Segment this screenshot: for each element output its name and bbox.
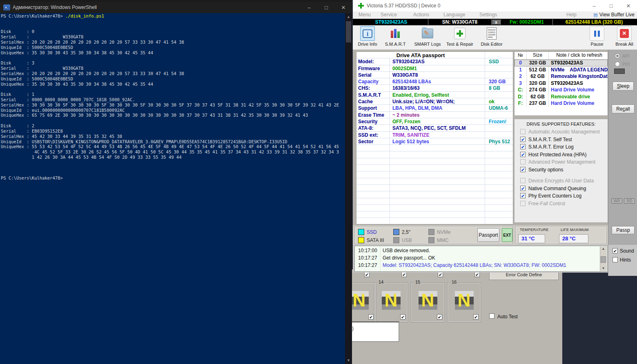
ata-row: Erase Time~ 2 minutes — [356, 112, 513, 118]
disk-row[interactable]: 1512 GBNVMe ADATA LEGEND 71 — [514, 67, 608, 73]
passport-button[interactable]: Passport — [477, 228, 499, 242]
feature-label: S.M.A.R.T. Self Test — [528, 137, 572, 142]
feature-checkbox[interactable]: ✔ — [520, 152, 526, 157]
toolbar-repair-button[interactable]: Test & Repair — [445, 26, 474, 48]
disk-row[interactable]: 0320 GBST9320423AS — [514, 60, 608, 67]
feature-checkbox[interactable]: ✔ — [520, 144, 526, 149]
ata-value: SATA3, NCQ, PEC, SCT, SFDLM — [390, 125, 485, 131]
disk-size: 62 GB — [527, 73, 549, 80]
editor-icon: 010110 110011 101000 0001 — [487, 27, 497, 40]
ext-button[interactable]: EXT — [502, 228, 512, 242]
console-scrollbar[interactable]: ▲ ▼ — [345, 13, 352, 364]
console-output: PS C:\Users\Kulhaker478> ./disk_info.ps1… — [0, 13, 345, 181]
legend-label: NVMe — [437, 229, 450, 235]
recall-button[interactable]: Recall — [612, 104, 635, 113]
ata-row: SerialW330GAT8 — [356, 72, 513, 78]
ata-row: ATA-8:SATA3, NCQ, PEC, SCT, SFDLM — [356, 125, 513, 131]
maximize-icon[interactable]: □ — [603, 0, 620, 11]
disk-row[interactable]: D:62 GBRemovable drive — [514, 93, 608, 100]
wr-button[interactable]: WR — [611, 198, 622, 204]
group-checkbox[interactable]: ✔ — [437, 314, 442, 320]
sleep-button[interactable]: Sleep — [612, 82, 634, 91]
toolbar-smart-button[interactable]: S.M.A.R.T — [383, 26, 407, 48]
menu-item-service[interactable]: Service — [381, 12, 397, 18]
sound-checkbox[interactable]: ✔ — [612, 248, 618, 253]
ata-row: SecurityOFF, FrozenFrozen! — [356, 118, 513, 125]
disk-num: 3 — [514, 80, 527, 87]
disk-row[interactable]: 3320 GBST9320423AS — [514, 80, 608, 87]
status-serial: SN: W330GAT8 — [429, 19, 491, 25]
auto-test-label: Auto Test — [497, 314, 518, 320]
toolbar-logs-button[interactable]: SMART Logs — [414, 26, 441, 48]
group-checkbox[interactable]: ✔ — [473, 314, 479, 320]
scroll-up-icon[interactable]: ▲ — [600, 246, 606, 251]
text-field[interactable]: ) — [352, 322, 399, 342]
disk-row-empty — [514, 107, 608, 114]
feature-checkbox[interactable]: ✔ — [520, 193, 526, 198]
group-checkbox[interactable]: ✔ — [400, 314, 405, 320]
scroll-down-icon[interactable]: ▼ — [600, 266, 606, 271]
ata-extra — [485, 92, 513, 98]
victoria-main-area: Drive ATA passportModel:ST9320423ASSSDFi… — [353, 50, 637, 225]
minimize-icon[interactable]: – — [301, 2, 318, 13]
ata-extra — [485, 125, 513, 131]
scroll-thumb[interactable] — [346, 21, 351, 42]
menu-item-menu[interactable]: Menu — [359, 12, 371, 18]
ata-label: Erase Time — [356, 112, 390, 118]
close-icon[interactable]: ✕ — [335, 2, 352, 13]
pio-radio[interactable] — [615, 62, 620, 67]
ata-row: Model:ST9320423ASSSD — [356, 58, 513, 65]
menu-item-settings[interactable]: Settings — [479, 12, 497, 18]
ata-value — [390, 191, 485, 198]
ata-row: CHS:16383/16/638 GB — [356, 85, 513, 91]
menu-item-actions[interactable]: Actions — [413, 12, 429, 18]
scroll-thumb[interactable] — [601, 256, 606, 263]
status-close-button[interactable]: x — [492, 20, 500, 24]
disk-list-table: №SizeNote / click to refresh0320 GBST932… — [514, 51, 608, 116]
ata-value: Enabled, Errlog, Selftest — [390, 92, 485, 98]
disk-row[interactable]: 262 GBRemovable KingstonDataTra — [514, 73, 608, 80]
view-buffer-live[interactable]: ▤View Buffer Live — [593, 12, 635, 18]
pio-label: PIO — [622, 62, 630, 67]
feature-checkbox[interactable]: ✔ — [520, 137, 526, 142]
close-icon[interactable]: ✕ — [620, 0, 637, 11]
scroll-up-icon[interactable]: ▲ — [345, 14, 352, 20]
ata-extra — [485, 112, 513, 118]
scroll-down-icon[interactable]: ▼ — [345, 357, 352, 363]
disk-row[interactable]: C:274 GBHard Drive Volume — [514, 87, 608, 93]
group-number: 14 — [377, 280, 385, 284]
test-group-box: 14N✔ — [374, 282, 408, 322]
ata-extra: ok — [485, 98, 513, 104]
powershell-console[interactable]: PS C:\Users\Kulhaker478> ./disk_info.ps1… — [0, 13, 345, 364]
ata-extra — [485, 178, 513, 184]
ata-row: SSD ext:TRIM, SANITIZE — [356, 132, 513, 138]
toolbar-pause-button[interactable]: Pause — [587, 26, 607, 48]
group-checkbox[interactable]: ✔ — [368, 314, 374, 320]
menu-item-help[interactable]: Help — [566, 12, 577, 18]
maximize-icon[interactable]: □ — [318, 2, 335, 13]
hints-checkbox[interactable] — [612, 257, 618, 262]
log-scrollbar[interactable]: ▲ ▼ — [600, 246, 607, 271]
ata-row: Capacity625142448 LBAs320 GB — [356, 78, 513, 85]
api-radio[interactable] — [615, 53, 620, 58]
feature-checkbox[interactable]: ✔ — [520, 167, 526, 172]
status-separator — [491, 19, 492, 25]
auto-test-checkbox[interactable] — [489, 313, 494, 319]
minimize-icon[interactable]: – — [586, 0, 603, 11]
toolbar-info-button[interactable]: iDrive Info — [354, 26, 381, 48]
feature-checkbox[interactable]: ✔ — [520, 186, 526, 191]
disk-note: ST9320423AS — [549, 60, 608, 67]
ata-value: 0002SDM1 — [390, 65, 485, 71]
toolbar-editor-button[interactable]: 010110 110011 101000 0001Disk Editor — [480, 26, 503, 48]
ata-row — [356, 145, 513, 151]
passp-button[interactable]: Passp — [612, 226, 635, 234]
toolbar-break-button[interactable]: ✕Break All — [614, 26, 635, 48]
buffer-list-icon: ▤ — [593, 12, 597, 17]
disk-row[interactable]: F:237 GBHard Drive Volume — [514, 100, 608, 107]
menu-item-language[interactable]: Language — [443, 12, 465, 18]
ata-row — [356, 185, 513, 191]
ata-value: Unk.size; L/A=ON; Wr=ON; — [390, 98, 485, 104]
rd-button[interactable]: RD — [624, 198, 635, 204]
toolbar-iconbox: 010110 110011 101000 0001 — [484, 26, 499, 41]
ata-row — [356, 165, 513, 171]
